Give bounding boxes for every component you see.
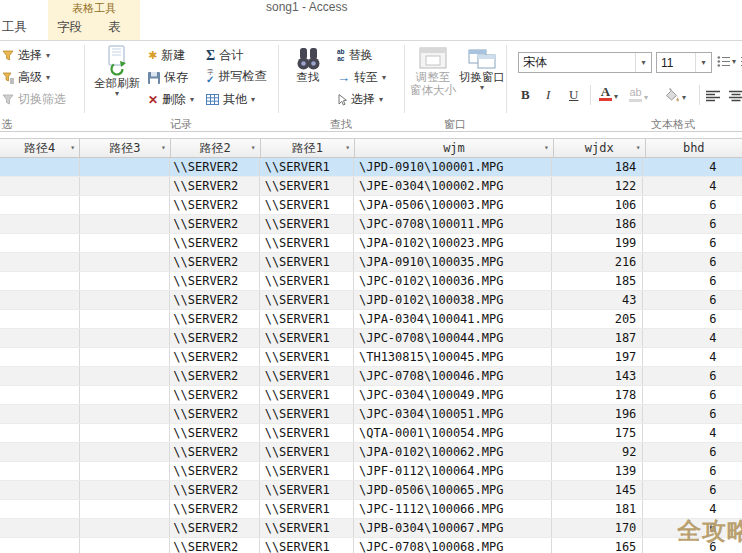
cell-wjdx[interactable]: 216 bbox=[552, 253, 643, 271]
table-row[interactable]: \\SERVER2\\SERVER1\JPC-0708\100011.MPG18… bbox=[0, 215, 742, 234]
cell-wjm[interactable]: \JPC-1112\100066.MPG bbox=[354, 500, 552, 518]
more-records-button[interactable]: 其他▾ bbox=[206, 91, 255, 108]
cell-wjm[interactable]: \JPC-0102\100036.MPG bbox=[354, 272, 552, 290]
table-row[interactable]: \\SERVER2\\SERVER1\JPB-0304\100067.MPG17… bbox=[0, 519, 742, 538]
cell-path4[interactable] bbox=[0, 177, 80, 195]
cell-path4[interactable] bbox=[0, 215, 80, 233]
cell-path4[interactable] bbox=[0, 462, 80, 480]
cell-path2[interactable]: \\SERVER2 bbox=[170, 386, 259, 404]
cell-path3[interactable] bbox=[80, 310, 170, 328]
size-to-fit-form-button[interactable]: 调整至 窗体大小 bbox=[410, 46, 456, 97]
cell-wjm[interactable]: \JPC-0708\100046.MPG bbox=[354, 367, 552, 385]
cell-path2[interactable]: \\SERVER2 bbox=[170, 481, 259, 499]
cell-path2[interactable]: \\SERVER2 bbox=[170, 424, 259, 442]
column-filter-arrow-icon[interactable]: ▾ bbox=[161, 143, 166, 152]
cell-path3[interactable] bbox=[80, 177, 170, 195]
cell-bhd[interactable]: 6 bbox=[643, 405, 742, 423]
cell-path4[interactable] bbox=[0, 329, 80, 347]
cell-path3[interactable] bbox=[80, 215, 170, 233]
cell-path3[interactable] bbox=[80, 519, 170, 537]
cell-wjm[interactable]: \JPB-0304\100067.MPG bbox=[354, 519, 552, 537]
cell-bhd[interactable]: 6 bbox=[643, 367, 742, 385]
cell-path2[interactable]: \\SERVER2 bbox=[170, 519, 259, 537]
cell-path4[interactable] bbox=[0, 310, 80, 328]
new-record-button[interactable]: ✱ 新建 bbox=[148, 47, 185, 64]
cell-wjm[interactable]: \JPA-0910\100035.MPG bbox=[354, 253, 552, 271]
cell-wjdx[interactable]: 143 bbox=[552, 367, 643, 385]
cell-wjm[interactable]: \JPA-0102\100062.MPG bbox=[354, 443, 552, 461]
cell-path2[interactable]: \\SERVER2 bbox=[170, 253, 259, 271]
cell-bhd[interactable]: 6 bbox=[643, 215, 742, 233]
cell-wjdx[interactable]: 43 bbox=[552, 291, 643, 309]
cell-path4[interactable] bbox=[0, 234, 80, 252]
cell-path3[interactable] bbox=[80, 272, 170, 290]
cell-path2[interactable]: \\SERVER2 bbox=[170, 367, 259, 385]
table-row[interactable]: \\SERVER2\\SERVER1\JPC-0708\100044.MPG18… bbox=[0, 329, 742, 348]
delete-record-button[interactable]: ✕ 删除▾ bbox=[148, 91, 194, 108]
goto-button[interactable]: → 转至▾ bbox=[337, 69, 386, 86]
column-filter-arrow-icon[interactable]: ▾ bbox=[251, 143, 256, 152]
cell-wjm[interactable]: \JPC-0708\100044.MPG bbox=[354, 329, 552, 347]
table-row[interactable]: \\SERVER2\\SERVER1\JPC-0708\100068.MPG16… bbox=[0, 538, 742, 553]
selection-filter-button[interactable]: 选择▾ bbox=[2, 47, 50, 64]
spelling-button[interactable]: 字✓ 拼写检查 bbox=[206, 68, 266, 85]
cell-wjdx[interactable]: 184 bbox=[552, 158, 643, 176]
column-filter-arrow-icon[interactable]: ▾ bbox=[345, 143, 350, 152]
cell-wjm[interactable]: \JPC-0304\100049.MPG bbox=[354, 386, 552, 404]
cell-path2[interactable]: \\SERVER2 bbox=[170, 234, 259, 252]
cell-wjdx[interactable]: 92 bbox=[552, 443, 643, 461]
column-header-path4[interactable]: 路径4▾ bbox=[0, 139, 80, 157]
cell-path4[interactable] bbox=[0, 424, 80, 442]
cell-wjdx[interactable]: 106 bbox=[552, 196, 643, 214]
cell-path3[interactable] bbox=[80, 443, 170, 461]
fill-color-button[interactable]: ▾ bbox=[663, 87, 686, 102]
cell-wjdx[interactable]: 175 bbox=[552, 424, 643, 442]
cell-path1[interactable]: \\SERVER1 bbox=[260, 386, 354, 404]
numbered-list-button[interactable] bbox=[736, 55, 742, 68]
column-filter-arrow-icon[interactable]: ▾ bbox=[544, 143, 549, 152]
cell-path1[interactable]: \\SERVER1 bbox=[260, 519, 354, 537]
cell-path1[interactable]: \\SERVER1 bbox=[260, 234, 354, 252]
cell-bhd[interactable]: 6 bbox=[643, 386, 742, 404]
select-button[interactable]: 选择▾ bbox=[337, 91, 383, 108]
cell-wjdx[interactable]: 197 bbox=[552, 348, 643, 366]
chevron-down-icon[interactable]: ▾ bbox=[695, 53, 711, 72]
cell-path2[interactable]: \\SERVER2 bbox=[170, 329, 259, 347]
cell-path3[interactable] bbox=[80, 329, 170, 347]
tab-table[interactable]: 表 bbox=[108, 19, 121, 36]
cell-wjdx[interactable]: 185 bbox=[552, 272, 643, 290]
cell-bhd[interactable]: 6 bbox=[643, 462, 742, 480]
cell-path4[interactable] bbox=[0, 158, 80, 176]
cell-path1[interactable]: \\SERVER1 bbox=[260, 177, 354, 195]
cell-path1[interactable]: \\SERVER1 bbox=[260, 196, 354, 214]
cell-path2[interactable]: \\SERVER2 bbox=[170, 272, 259, 290]
cell-path1[interactable]: \\SERVER1 bbox=[260, 538, 354, 553]
cell-path4[interactable] bbox=[0, 348, 80, 366]
column-filter-arrow-icon[interactable]: ▾ bbox=[636, 143, 641, 152]
table-row[interactable]: \\SERVER2\\SERVER1\JPA-0506\100003.MPG10… bbox=[0, 196, 742, 215]
cell-wjm[interactable]: \JPC-0708\100011.MPG bbox=[354, 215, 552, 233]
cell-path3[interactable] bbox=[80, 158, 170, 176]
cell-path4[interactable] bbox=[0, 272, 80, 290]
cell-wjm[interactable]: \JPD-0910\100001.MPG bbox=[354, 158, 552, 176]
cell-wjdx[interactable]: 139 bbox=[552, 462, 643, 480]
cell-bhd[interactable]: 4 bbox=[643, 158, 742, 176]
column-header-path3[interactable]: 路径3▾ bbox=[80, 139, 171, 157]
cell-path2[interactable]: \\SERVER2 bbox=[170, 310, 259, 328]
table-row[interactable]: \\SERVER2\\SERVER1\QTA-0001\100054.MPG17… bbox=[0, 424, 742, 443]
bold-button[interactable]: B bbox=[521, 87, 530, 103]
table-row[interactable]: \\SERVER2\\SERVER1\JPC-0102\100036.MPG18… bbox=[0, 272, 742, 291]
cell-wjdx[interactable]: 205 bbox=[552, 310, 643, 328]
cell-path3[interactable] bbox=[80, 500, 170, 518]
tab-fields[interactable]: 字段 bbox=[57, 19, 82, 36]
column-header-wjm[interactable]: wjm▾ bbox=[355, 139, 554, 157]
tab-partial-tools[interactable]: 工具 bbox=[2, 19, 27, 36]
cell-path3[interactable] bbox=[80, 291, 170, 309]
cell-path1[interactable]: \\SERVER1 bbox=[260, 310, 354, 328]
align-center-button[interactable] bbox=[729, 90, 742, 102]
column-header-path1[interactable]: 路径1▾ bbox=[261, 139, 356, 157]
cell-path4[interactable] bbox=[0, 443, 80, 461]
cell-wjdx[interactable]: 181 bbox=[552, 500, 643, 518]
replace-button[interactable]: abac 替换 bbox=[337, 47, 373, 64]
cell-path2[interactable]: \\SERVER2 bbox=[170, 538, 259, 553]
